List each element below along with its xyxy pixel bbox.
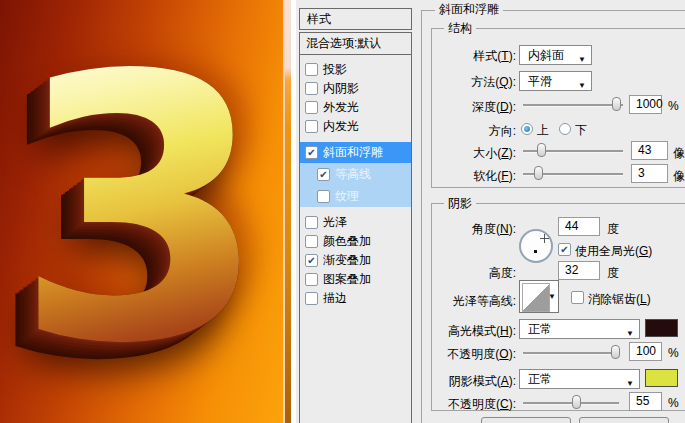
depth-slider-thumb[interactable]	[612, 97, 621, 111]
blend-options-item[interactable]: 混合选项:默认	[300, 33, 411, 55]
angle-dial-dot	[534, 250, 537, 253]
style-item-checkbox[interactable]	[305, 120, 318, 133]
opacity-shadow-unit: %	[668, 396, 679, 410]
shadow-mode-dropdown[interactable]: 正常 ▼	[519, 369, 640, 389]
numeral-3-artwork: 3 3	[0, 28, 286, 408]
direction-label: 方向:	[404, 123, 516, 140]
layer-style-screen: 3 3 样式 混合选项:默认 投影内阴影外发光内发光✔斜面和浮雕✔等高线纹理光泽…	[0, 0, 685, 423]
contour-thumbnail-icon	[522, 283, 550, 312]
depth-input[interactable]: 1000	[629, 95, 662, 114]
use-global-light-checkbox[interactable]: ✔	[558, 243, 571, 256]
style-dropdown-value: 内斜面	[528, 48, 564, 62]
opacity-highlight-thumb[interactable]	[611, 345, 620, 359]
altitude-unit: 度	[607, 265, 619, 282]
opacity-shadow-input[interactable]: 55	[629, 392, 662, 411]
shading-group-title: 阴影	[444, 196, 476, 210]
size-slider[interactable]	[523, 150, 623, 153]
method-dropdown-value: 平滑	[528, 74, 552, 88]
styles-list: 混合选项:默认 投影内阴影外发光内发光✔斜面和浮雕✔等高线纹理光泽颜色叠加✔渐变…	[299, 32, 412, 423]
structure-group-title: 结构	[444, 21, 476, 35]
shadow-color-swatch[interactable]	[645, 369, 678, 387]
styles-list-item[interactable]: 颜色叠加	[300, 232, 411, 251]
anti-alias-label[interactable]: 消除锯齿(L)	[588, 291, 651, 308]
anti-alias-checkbox[interactable]	[571, 291, 584, 304]
style-item-label: 图案叠加	[323, 271, 371, 288]
chevron-down-icon: ▼	[626, 375, 634, 393]
styles-panel-title: 样式	[299, 8, 412, 30]
styles-list-item[interactable]: 描边	[300, 289, 411, 308]
style-item-checkbox[interactable]	[305, 273, 318, 286]
direction-up-label[interactable]: 上	[537, 122, 549, 139]
opacity-shadow-thumb[interactable]	[572, 395, 581, 409]
styles-list-item[interactable]: ✔斜面和浮雕	[300, 142, 411, 163]
styles-list-item[interactable]: 内发光	[300, 117, 411, 136]
size-slider-thumb[interactable]	[537, 143, 546, 157]
style-item-checkbox[interactable]	[305, 101, 318, 114]
numeral-3-face: 3	[6, 28, 276, 393]
styles-list-item[interactable]: 投影	[300, 60, 411, 79]
size-input[interactable]: 43	[631, 141, 668, 160]
styles-list-item[interactable]: 纹理	[300, 185, 411, 207]
bottom-button[interactable]	[481, 417, 571, 423]
styles-list-item[interactable]: 光泽	[300, 213, 411, 232]
styles-list-item[interactable]: ✔渐变叠加	[300, 251, 411, 270]
direction-up-radio[interactable]	[521, 123, 533, 135]
size-unit: 像素	[673, 145, 685, 162]
depth-slider[interactable]	[523, 104, 623, 107]
method-dropdown[interactable]: 平滑 ▼	[519, 71, 592, 91]
styles-list-item[interactable]: 外发光	[300, 98, 411, 117]
angle-input[interactable]: 44	[558, 217, 600, 236]
styles-list-item[interactable]: ✔等高线	[300, 163, 411, 185]
depth-label: 深度(D):	[404, 99, 516, 116]
style-item-label: 纹理	[335, 188, 359, 205]
style-item-checkbox[interactable]: ✔	[305, 254, 318, 267]
opacity-highlight-unit: %	[668, 346, 679, 360]
styles-list-item[interactable]: 图案叠加	[300, 270, 411, 289]
style-item-checkbox[interactable]: ✔	[305, 146, 318, 159]
chevron-down-icon: ▼	[548, 292, 556, 301]
style-item-checkbox[interactable]	[305, 292, 318, 305]
style-item-label: 等高线	[335, 166, 371, 183]
opacity-highlight-input[interactable]: 100	[629, 342, 662, 361]
altitude-input[interactable]: 32	[558, 261, 600, 280]
bevel-emboss-group-title: 斜面和浮雕	[435, 2, 503, 16]
gloss-contour-label: 光泽等高线:	[404, 293, 516, 310]
styles-list-item[interactable]: 内阴影	[300, 79, 411, 98]
direction-down-radio[interactable]	[559, 123, 571, 135]
style-item-label: 渐变叠加	[323, 252, 371, 269]
style-dropdown[interactable]: 内斜面 ▼	[519, 45, 592, 65]
style-label: 样式(T):	[404, 48, 516, 65]
soften-slider[interactable]	[523, 173, 623, 176]
style-item-label: 描边	[323, 290, 347, 307]
opacity-highlight-slider[interactable]	[523, 352, 619, 355]
style-item-label: 内阴影	[323, 80, 359, 97]
style-item-checkbox[interactable]: ✔	[317, 168, 330, 181]
angle-label: 角度(N):	[404, 221, 516, 238]
method-label: 方法(Q):	[404, 74, 516, 91]
opacity-shadow-slider[interactable]	[523, 402, 619, 405]
style-item-checkbox[interactable]	[305, 82, 318, 95]
soften-input[interactable]: 3	[631, 164, 668, 183]
highlight-mode-value: 正常	[528, 322, 552, 336]
style-item-label: 内发光	[323, 118, 359, 135]
style-item-checkbox[interactable]	[305, 63, 318, 76]
highlight-mode-dropdown[interactable]: 正常 ▼	[519, 319, 640, 339]
opacity-shadow-label: 不透明度(C):	[404, 396, 516, 413]
bottom-button[interactable]	[579, 417, 669, 423]
size-label: 大小(Z):	[404, 145, 516, 162]
direction-down-label[interactable]: 下	[575, 122, 587, 139]
use-global-light-label[interactable]: 使用全局光(G)	[575, 243, 652, 260]
styles-list-items: 投影内阴影外发光内发光✔斜面和浮雕✔等高线纹理光泽颜色叠加✔渐变叠加图案叠加描边	[300, 60, 411, 308]
chevron-down-icon: ▼	[578, 77, 586, 95]
chevron-down-icon: ▼	[626, 325, 634, 343]
highlight-color-swatch[interactable]	[645, 319, 678, 337]
altitude-label: 高度:	[404, 265, 516, 282]
style-item-label: 投影	[323, 61, 347, 78]
document-canvas: 3 3	[0, 0, 283, 423]
style-item-label: 斜面和浮雕	[323, 144, 383, 161]
style-item-checkbox[interactable]	[305, 216, 318, 229]
gloss-contour-picker[interactable]: ▼	[519, 280, 559, 313]
style-item-checkbox[interactable]	[305, 235, 318, 248]
soften-slider-thumb[interactable]	[534, 166, 543, 180]
style-item-checkbox[interactable]	[317, 190, 330, 203]
